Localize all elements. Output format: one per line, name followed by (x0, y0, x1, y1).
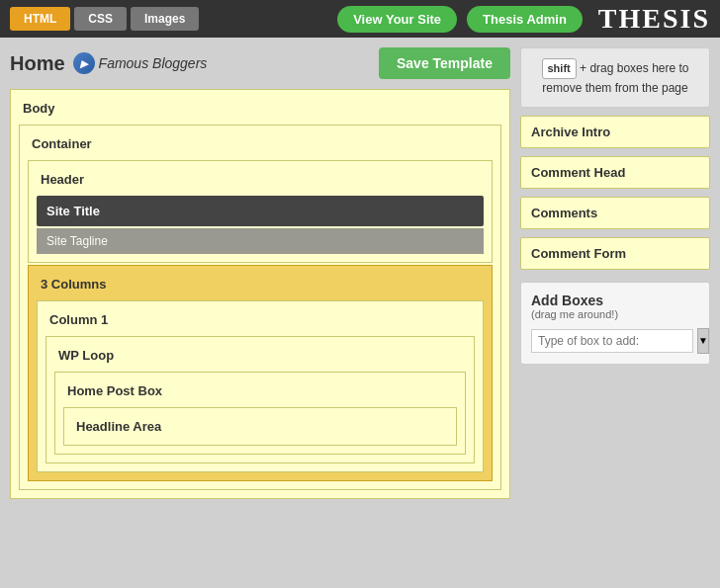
add-boxes-sub: (drag me around!) (531, 308, 699, 320)
comments-box[interactable]: Comments (520, 197, 710, 229)
wp-loop-label: WP Loop (54, 345, 466, 366)
view-your-site-button[interactable]: View Your Site (337, 6, 457, 33)
site-logo: ▶ Famous Bloggers (73, 52, 208, 74)
top-bar: HTML CSS Images View Your Site Thesis Ad… (0, 0, 720, 38)
home-post-box[interactable]: Home Post Box Headline Area (54, 372, 466, 455)
add-boxes-row: ▼ (531, 328, 699, 354)
tab-css[interactable]: CSS (74, 7, 127, 31)
remove-area[interactable]: shift + drag boxes here to remove them f… (520, 47, 710, 108)
home-post-box-label: Home Post Box (63, 380, 457, 401)
site-name: Famous Bloggers (99, 55, 208, 71)
shift-badge: shift (542, 58, 577, 79)
add-boxes-title: Add Boxes (531, 293, 699, 308)
column1-box[interactable]: Column 1 WP Loop Home Post Box Headline … (37, 300, 484, 472)
thesis-logo: THESIS (598, 3, 710, 35)
three-columns-box[interactable]: 3 Columns Column 1 WP Loop Home Post Box (28, 265, 493, 481)
archive-intro-box[interactable]: Archive Intro (520, 116, 710, 148)
site-tagline-box[interactable]: Site Tagline (37, 228, 484, 254)
add-boxes-section: Add Boxes (drag me around!) ▼ (520, 282, 710, 365)
logo-icon: ▶ (73, 52, 95, 74)
site-title-box[interactable]: Site Title (37, 196, 484, 226)
tab-html[interactable]: HTML (10, 7, 70, 31)
right-panel: shift + drag boxes here to remove them f… (520, 47, 710, 578)
page-title-area: Home ▶ Famous Bloggers (10, 52, 207, 75)
save-template-button[interactable]: Save Template (379, 47, 510, 79)
type-of-box-input[interactable] (531, 329, 693, 353)
body-label: Body (19, 98, 501, 119)
site-tagline-label: Site Tagline (46, 234, 108, 248)
tab-images[interactable]: Images (131, 7, 199, 31)
container-box[interactable]: Container Header Site Title Site Tagline (19, 125, 501, 490)
header-box[interactable]: Header Site Title Site Tagline (28, 160, 493, 263)
three-columns-label: 3 Columns (37, 274, 484, 294)
header-label: Header (37, 169, 484, 190)
headline-area-label: Headline Area (72, 416, 448, 437)
container-label: Container (28, 133, 493, 154)
comment-form-box[interactable]: Comment Form (520, 237, 710, 270)
page-header: Home ▶ Famous Bloggers Save Template (10, 47, 510, 79)
site-title-label: Site Title (46, 204, 100, 218)
comment-head-box[interactable]: Comment Head (520, 156, 710, 189)
column1-label: Column 1 (45, 309, 475, 330)
wp-loop-box[interactable]: WP Loop Home Post Box Headline Area (45, 336, 475, 463)
headline-area-box[interactable]: Headline Area (63, 407, 457, 446)
body-box[interactable]: Body Container Header Site Title Site Ta… (10, 89, 510, 499)
dropdown-arrow-button[interactable]: ▼ (697, 328, 709, 354)
thesis-admin-button[interactable]: Thesis Admin (467, 6, 583, 33)
main-content: Home ▶ Famous Bloggers Save Template Bod… (0, 38, 720, 588)
page-title: Home (10, 52, 65, 75)
left-panel: Home ▶ Famous Bloggers Save Template Bod… (10, 47, 510, 578)
template-area: Body Container Header Site Title Site Ta… (10, 89, 510, 578)
